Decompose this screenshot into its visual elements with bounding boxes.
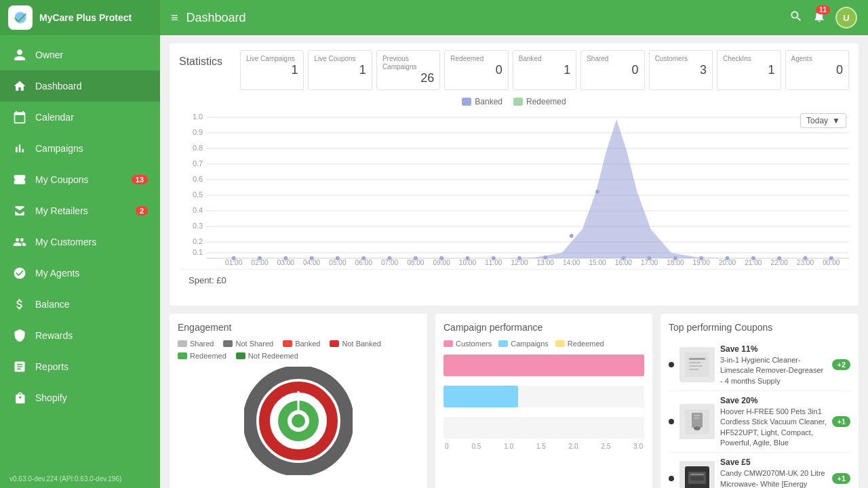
- coupon-text: Save 11% 3-in-1 Hygienic Cleaner-Limesca…: [720, 344, 827, 386]
- svg-point-60: [595, 190, 599, 194]
- legend-campaigns: Campaigns: [498, 340, 549, 348]
- notification-icon[interactable]: 11: [812, 9, 826, 26]
- sidebar-item-calendar[interactable]: Calendar: [0, 102, 160, 133]
- svg-text:0.5: 0.5: [193, 190, 203, 199]
- stat-label: CheckIns: [723, 55, 774, 63]
- content: Statistics Live Campaigns 1 Live Coupons…: [160, 35, 868, 488]
- svg-point-56: [492, 256, 496, 260]
- legend-redeemed: Redeemed: [178, 352, 226, 360]
- chart-legend: Banked Redeemed: [179, 97, 849, 106]
- sidebar-nav: Owner Dashboard Calendar Campaigns My Co: [0, 35, 160, 470]
- bar-customers: [443, 354, 644, 376]
- redeemed-legend-dot: [513, 98, 523, 106]
- sidebar-item-my-retailers[interactable]: My Retailers 2: [0, 195, 160, 226]
- stat-label: Live Campaigns: [246, 55, 298, 63]
- bar-bg: [443, 386, 644, 407]
- legend-banked: Banked: [283, 340, 320, 348]
- svg-point-55: [465, 256, 469, 260]
- stat-card-live-coupons: Live Coupons 1: [308, 50, 372, 90]
- sidebar-item-my-coupons[interactable]: My Coupons 13: [0, 164, 160, 195]
- legend-not-shared: Not Shared: [223, 340, 273, 348]
- stat-card-redeemed: Redeemed 0: [444, 50, 508, 90]
- sidebar-item-my-agents[interactable]: My Agents: [0, 258, 160, 289]
- shopify-icon: [12, 390, 27, 405]
- statistics-header: Statistics Live Campaigns 1 Live Coupons…: [179, 50, 849, 90]
- stat-card-customers: Customers 3: [649, 50, 713, 90]
- svg-text:13:00: 13:00: [537, 259, 555, 266]
- svg-point-69: [829, 256, 833, 260]
- stat-label: Shared: [587, 55, 638, 63]
- campaign-bars: 0 0.5 1.0 1.5 2.0 2.5 3.0: [443, 354, 644, 450]
- svg-point-53: [414, 256, 418, 260]
- legend-shared: Shared: [178, 340, 214, 348]
- stat-card-shared: Shared 0: [580, 50, 644, 90]
- sidebar-item-dashboard[interactable]: Dashboard: [0, 70, 160, 102]
- agents-icon: [12, 266, 27, 281]
- stats-cards: Live Campaigns 1 Live Coupons 1 Previous…: [240, 50, 849, 90]
- stat-card-previous-campaigns: Previous Campaigns 26: [376, 50, 440, 90]
- svg-point-58: [543, 256, 547, 260]
- sidebar-item-label: My Customers: [35, 237, 96, 247]
- svg-point-49: [310, 256, 314, 260]
- reports-icon: [12, 359, 27, 374]
- svg-text:0.3: 0.3: [193, 222, 203, 230]
- sidebar-item-reports[interactable]: Reports: [0, 351, 160, 382]
- sidebar-item-my-customers[interactable]: My Customers: [0, 226, 160, 258]
- coupon-badge: +2: [832, 359, 850, 370]
- sidebar-item-owner[interactable]: Owner: [0, 39, 160, 70]
- engagement-panel: Engagement Shared Not Shared Banked: [170, 314, 427, 488]
- sidebar-item-balance[interactable]: Balance: [0, 289, 160, 320]
- svg-text:0.8: 0.8: [193, 144, 203, 152]
- stat-value: 1: [314, 63, 366, 77]
- svg-point-51: [361, 256, 366, 260]
- coupon-item: Save 20% Hoover H-FREE 500 Pets 3in1 Cor…: [669, 391, 850, 453]
- campaign-panel: Campaign performance Customers Campaigns…: [435, 314, 652, 488]
- coupon-icon: [12, 172, 27, 187]
- sidebar-item-label: Owner: [35, 49, 63, 60]
- rewards-icon: [12, 328, 27, 343]
- coupon-text: Save 20% Hoover H-FREE 500 Pets 3in1 Cor…: [720, 395, 827, 448]
- stat-value: 1: [246, 63, 298, 77]
- customers-icon: [12, 235, 27, 249]
- svg-point-46: [232, 256, 236, 260]
- svg-rect-88: [690, 474, 704, 475]
- balance-icon: [12, 297, 27, 312]
- page-title: Dashboard: [186, 11, 789, 25]
- menu-icon[interactable]: ≡: [171, 11, 178, 25]
- coupon-bullet: [669, 362, 674, 367]
- legend-customers: Customers: [443, 340, 492, 348]
- customers-dot: [443, 340, 453, 347]
- svg-point-67: [777, 256, 781, 260]
- svg-point-54: [439, 256, 443, 260]
- bar-fill: [443, 386, 518, 407]
- user-avatar[interactable]: U: [835, 7, 857, 28]
- main-area: ≡ Dashboard 11 U Statistics Live Campaig…: [160, 0, 868, 488]
- svg-rect-78: [689, 362, 701, 363]
- sidebar-header: MyCare Plus Protect: [0, 0, 160, 35]
- topbar-actions: 11 U: [789, 7, 857, 28]
- spent-label: Spent: £0: [179, 269, 849, 291]
- not-banked-dot: [330, 340, 339, 347]
- stat-label: Agents: [791, 55, 843, 63]
- stat-value: 1: [519, 63, 570, 77]
- engagement-title: Engagement: [178, 322, 419, 333]
- coupon-item: Save 11% 3-in-1 Hygienic Cleaner-Limesca…: [669, 340, 850, 391]
- statistics-panel: Statistics Live Campaigns 1 Live Coupons…: [170, 43, 859, 306]
- bar-bg: [443, 417, 644, 439]
- coupon-bullet: [669, 476, 674, 481]
- svg-text:0.4: 0.4: [193, 206, 203, 214]
- shared-dot: [178, 340, 187, 347]
- coupon-bullet: [669, 419, 674, 424]
- svg-rect-77: [689, 358, 705, 360]
- search-icon[interactable]: [789, 9, 803, 26]
- time-select[interactable]: Today ▼: [800, 113, 846, 128]
- sidebar-item-campaigns[interactable]: Campaigns: [0, 133, 160, 164]
- retailer-badge: 2: [136, 206, 148, 216]
- svg-point-48: [283, 256, 288, 260]
- top-coupons-title: Top performing Coupons: [669, 322, 850, 333]
- sidebar-item-rewards[interactable]: Rewards: [0, 320, 160, 351]
- camp-axis: 0 0.5 1.0 1.5 2.0 2.5 3.0: [443, 443, 644, 450]
- sidebar-item-shopify[interactable]: Shopify: [0, 382, 160, 413]
- svg-point-85: [694, 426, 701, 430]
- svg-rect-83: [694, 415, 701, 416]
